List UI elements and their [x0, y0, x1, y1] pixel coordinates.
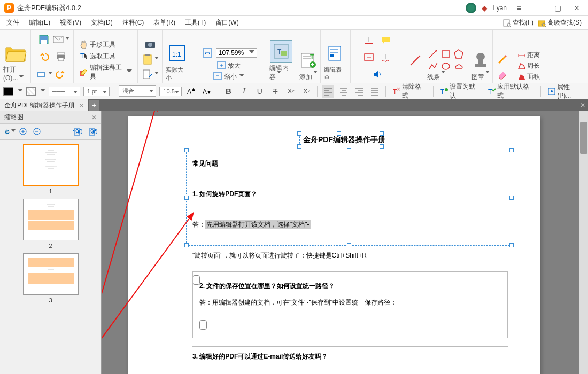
camera-icon[interactable] [143, 37, 158, 52]
underline-icon[interactable]: T [361, 33, 376, 48]
highlighter-icon[interactable]: T [361, 30, 376, 30]
open-label[interactable]: 打开(O)... [3, 64, 27, 82]
username[interactable]: Lyan [493, 4, 507, 12]
fill-color[interactable] [3, 87, 13, 96]
italic-icon[interactable]: I [238, 85, 250, 98]
menu-view[interactable]: 视图(V) [60, 18, 81, 27]
underline-icon[interactable]: U [253, 85, 266, 98]
new-tab-button[interactable]: + [89, 100, 99, 111]
line-icon[interactable] [408, 53, 422, 67]
tabs-close-icon[interactable]: ✕ [577, 100, 588, 111]
textbox-icon[interactable]: T [378, 30, 393, 30]
edit-content-icon[interactable]: T [270, 40, 292, 63]
properties[interactable]: 属性(P)... [545, 82, 585, 100]
menu-form[interactable]: 表单(R) [153, 18, 175, 27]
select-tool[interactable]: T选取工具 [77, 51, 118, 61]
fit-width-icon[interactable] [200, 45, 215, 60]
add-icon[interactable]: T [297, 49, 320, 72]
decrease-font-icon[interactable]: A▾ [201, 85, 213, 98]
scrollbar-vertical[interactable] [579, 111, 588, 374]
find-button[interactable]: 查找(F) [503, 18, 533, 27]
minimize-button[interactable]: — [531, 1, 545, 15]
zoom-in[interactable]: 放大 [215, 60, 243, 71]
gear-icon[interactable]: ⚙ [4, 127, 15, 137]
close-button[interactable]: ✕ [570, 1, 584, 15]
menu-file[interactable]: 文件 [6, 18, 19, 27]
zoom-out[interactable]: 缩小 [211, 71, 246, 82]
edit-content-label[interactable]: 编辑内容 [269, 63, 292, 82]
arrow-icon[interactable] [428, 49, 438, 59]
sidebar-close-icon[interactable]: ✕ [91, 114, 97, 121]
rect-icon[interactable] [440, 49, 451, 59]
line-weight[interactable]: 1 pt [83, 87, 110, 96]
maximize-button[interactable]: ▢ [551, 1, 564, 15]
eraser-icon[interactable] [495, 67, 510, 82]
open-icon[interactable] [4, 42, 27, 64]
clear-format[interactable]: T×清除格式 [390, 82, 429, 101]
attach-icon[interactable] [143, 67, 158, 82]
pencil-icon[interactable] [495, 52, 510, 67]
redo-icon[interactable] [53, 67, 68, 82]
thumb-3[interactable]: ━━━━━━3 [21, 253, 80, 303]
distance-tool[interactable]: 距离 [515, 50, 542, 60]
rotate-ccw-icon[interactable]: 90 [72, 127, 83, 137]
zoom-in-thumb-icon[interactable] [18, 127, 29, 137]
link-icon[interactable] [361, 50, 376, 65]
avatar[interactable] [466, 3, 476, 13]
cloud-icon[interactable] [453, 61, 464, 72]
annotate-tool[interactable]: 编辑注释工具 [77, 63, 134, 82]
thumb-2[interactable]: ━━━━━━━━━━━━━━2 [21, 199, 80, 249]
no-fill[interactable] [26, 87, 35, 96]
menu-window[interactable]: 窗口(W) [215, 18, 238, 27]
scan-icon[interactable] [36, 67, 51, 82]
undo-icon[interactable] [36, 49, 51, 64]
menu-icon[interactable]: ≡ [512, 1, 526, 15]
edit-form-icon[interactable] [324, 42, 347, 65]
zoom-value[interactable]: 107.59% [216, 48, 257, 58]
actual-size-icon[interactable]: 1:1 [166, 42, 188, 65]
lines-label[interactable]: 线条 [427, 72, 445, 82]
align-center-icon[interactable] [337, 85, 350, 98]
poly-icon[interactable] [453, 49, 464, 59]
set-default[interactable]: T设置为默认 [438, 82, 482, 101]
clipboard-icon[interactable] [143, 52, 158, 67]
stamp-icon[interactable] [469, 49, 492, 72]
a1-highlighted[interactable]: 先用编辑器打开该文档，选择"文档"- [205, 220, 311, 229]
section-3[interactable]: 3. 编辑好的PDF可以通过E-mail传送给好友吗？ [192, 346, 508, 361]
perimeter-tool[interactable]: 周长 [515, 61, 542, 71]
add-label[interactable]: 添加 [299, 72, 317, 82]
doc-heading[interactable]: 金舟PDF编辑器操作手册 [299, 134, 389, 146]
align-right-icon[interactable] [353, 85, 365, 98]
area-tool[interactable]: 面积 [515, 72, 542, 82]
canvas[interactable]: 金舟PDF编辑器操作手册 常见问题 1. 如何旋转PDF页面？ 答：先用编辑器打… [102, 111, 588, 374]
menu-edit[interactable]: 编辑(E) [29, 18, 50, 27]
adv-find-button[interactable]: 高级查找(S) [538, 18, 582, 27]
close-tab-icon[interactable]: ✕ [79, 103, 83, 108]
subscript-icon[interactable]: X2 [285, 85, 297, 98]
apply-default[interactable]: T应用默认格式 [485, 82, 536, 101]
sound-icon[interactable] [370, 67, 385, 82]
menu-comment[interactable]: 注释(C) [122, 18, 144, 27]
bold-icon[interactable]: B [222, 85, 235, 98]
print-icon[interactable] [53, 49, 68, 64]
save-icon[interactable] [36, 32, 51, 47]
squiggle-icon[interactable]: T [378, 50, 393, 65]
thumb-1[interactable]: ━━━━━━━━━━━━━━━━━━━━━━━━━━━━━━━━━━━━━━━━… [21, 144, 80, 194]
menu-tools[interactable]: 工具(T) [185, 18, 206, 27]
rotate-cw-icon[interactable]: 90 [86, 127, 97, 137]
stamp-label[interactable]: 图章 [471, 72, 489, 82]
line-style[interactable]: ─── [49, 87, 80, 96]
section-2[interactable]: 2. 文件的保存位置在哪里？如何设置统一路径？ 答：用编辑器创建的文档，可在"文… [192, 271, 508, 338]
doc-body[interactable]: 常见问题 1. 如何旋转PDF页面？ 答：先用编辑器打开该文档，选择"文档"- … [192, 156, 508, 287]
strike-icon[interactable]: T [269, 85, 281, 98]
mail-icon[interactable] [53, 32, 68, 47]
superscript-icon[interactable]: X2 [300, 85, 313, 98]
font-size[interactable]: 10.5 [159, 87, 182, 96]
align-justify-icon[interactable] [369, 85, 381, 98]
ellipse-icon[interactable] [440, 61, 451, 72]
polyline-icon[interactable] [428, 61, 438, 72]
doc-tab[interactable]: 金舟PDF编辑器操作手册✕ [0, 99, 88, 111]
hand-tool[interactable]: 手形工具 [77, 39, 118, 50]
align-left-icon[interactable] [322, 85, 334, 98]
menu-doc[interactable]: 文档(D) [91, 18, 113, 27]
